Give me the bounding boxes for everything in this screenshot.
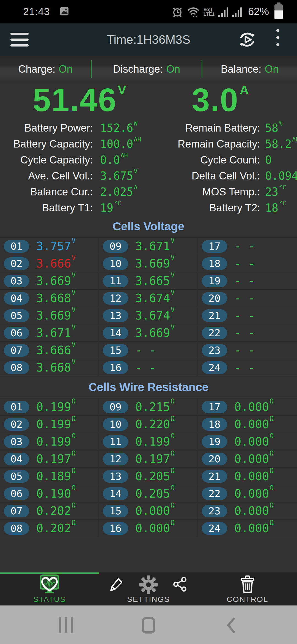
battery-icon: [274, 4, 283, 19]
wifi-calling-icon: [187, 6, 200, 18]
run-refresh-icon[interactable]: [238, 30, 257, 50]
info-row: Ave. Cell Vol.:3.675VDelta Cell Vol.:0.0…: [0, 168, 297, 184]
cell-item: 090.215Ω: [99, 399, 198, 416]
cell-number-badge: 23: [202, 505, 227, 517]
cell-value: - -: [234, 274, 255, 288]
cell-number-badge: 14: [103, 487, 128, 500]
app-bar: Time:1H36M3S: [0, 23, 297, 56]
cell-number-badge: 15: [103, 344, 128, 357]
cell-number-badge: 23: [202, 344, 227, 357]
cell-item: 010.199Ω: [0, 399, 99, 416]
cell-item: 030.199Ω: [0, 433, 99, 451]
info-value: 0.094V: [260, 170, 297, 182]
cell-number-badge: 08: [4, 522, 29, 535]
cell-value: 0.000Ω: [234, 504, 274, 518]
info-value: 0: [260, 154, 297, 166]
cell-number-badge: 03: [4, 275, 29, 287]
cell-value: 3.757V: [36, 239, 76, 253]
cell-number-badge: 03: [4, 435, 29, 448]
cell-item: 23- -: [198, 342, 297, 359]
cell-item: 040.197Ω: [0, 451, 99, 468]
cell-item: 123.674V: [99, 290, 198, 307]
cell-value: 0.197Ω: [135, 452, 175, 466]
info-label: Cycle Capacity:: [0, 154, 93, 166]
cell-value: 0.000Ω: [234, 435, 274, 448]
cell-item: 033.669V: [0, 272, 99, 290]
cell-number-badge: 05: [4, 470, 29, 483]
info-label: Battery Capacity:: [0, 138, 93, 150]
info-value: 23°C: [260, 185, 297, 198]
cell-item: 130.205Ω: [99, 468, 198, 485]
cell-number-badge: 18: [202, 257, 227, 270]
cell-item: 180.000Ω: [198, 416, 297, 433]
info-row: Battery Power:152.6WRemain Battery:58%: [0, 120, 297, 136]
android-status-bar: 21:43 Vo)) LTE1 62%: [0, 0, 297, 23]
cell-number-badge: 10: [103, 418, 128, 431]
cell-item: 013.757V: [0, 238, 99, 255]
tab-control[interactable]: CONTROL: [198, 572, 297, 605]
overflow-menu-icon[interactable]: [276, 29, 279, 46]
cell-number-badge: 19: [202, 275, 227, 287]
cell-value: 0.190Ω: [36, 487, 76, 500]
cell-number-badge: 12: [103, 453, 128, 465]
cells-voltage-grid: 013.757V023.666V033.669V043.668V053.669V…: [0, 237, 297, 376]
cell-item: 100.220Ω: [99, 416, 198, 433]
info-label: Delta Cell Vol.:: [156, 170, 260, 182]
back-button[interactable]: [215, 613, 248, 638]
cell-number-badge: 06: [4, 487, 29, 500]
cell-value: - -: [234, 309, 255, 322]
cell-value: 0.197Ω: [36, 452, 76, 466]
share-icon[interactable]: [172, 576, 188, 593]
cell-number-badge: 09: [103, 401, 128, 413]
cell-number-badge: 13: [103, 309, 128, 322]
cell-number-badge: 16: [103, 522, 128, 535]
cell-item: 16- -: [99, 359, 198, 376]
bms-app-screen: 21:43 Vo)) LTE1 62% Time:1H36M3S: [0, 0, 297, 644]
cell-item: 200.000Ω: [198, 451, 297, 468]
cell-value: 0.199Ω: [36, 400, 76, 414]
cell-item: 133.674V: [99, 307, 198, 324]
cell-item: 143.669V: [99, 324, 198, 342]
cell-item: 083.668V: [0, 359, 99, 376]
cell-value: - -: [234, 239, 255, 253]
cell-item: 043.668V: [0, 290, 99, 307]
cell-value: 0.205Ω: [135, 470, 175, 483]
cell-number-badge: 04: [4, 292, 29, 305]
cell-value: - -: [234, 257, 255, 270]
cell-number-badge: 08: [4, 361, 29, 374]
cell-item: 24- -: [198, 359, 297, 376]
cell-item: 160.000Ω: [99, 520, 198, 537]
cell-number-badge: 17: [202, 401, 227, 413]
cell-item: 210.000Ω: [198, 468, 297, 485]
info-label: Ave. Cell Vol.:: [0, 170, 93, 182]
cell-value: 3.668V: [36, 291, 76, 305]
cell-number-badge: 11: [103, 275, 128, 287]
status-monitor-heart-icon: [38, 575, 61, 595]
cell-item: 18- -: [198, 255, 297, 272]
cell-number-badge: 06: [4, 327, 29, 339]
cell-value: - -: [135, 361, 156, 374]
cell-item: 050.189Ω: [0, 468, 99, 485]
cell-item: 170.000Ω: [198, 399, 297, 416]
cell-item: 20- -: [198, 290, 297, 307]
cell-number-badge: 15: [103, 505, 128, 517]
back-icon: [224, 616, 238, 634]
recents-button[interactable]: [50, 613, 82, 638]
cell-item: 15- -: [99, 342, 198, 359]
cell-item: 093.671V: [99, 238, 198, 255]
cell-number-badge: 09: [103, 240, 128, 253]
tab-status[interactable]: STATUS: [0, 572, 99, 605]
edit-pencil-icon[interactable]: [108, 576, 124, 593]
home-button[interactable]: [132, 613, 165, 638]
cell-number-badge: 16: [103, 361, 128, 374]
cell-value: - -: [234, 291, 255, 305]
cell-value: 0.199Ω: [36, 417, 76, 431]
system-nav-bar: [0, 605, 297, 644]
cell-value: 0.205Ω: [135, 487, 175, 500]
cell-item: 220.000Ω: [198, 485, 297, 503]
cell-value: 0.000Ω: [234, 400, 274, 414]
tab-control-label: CONTROL: [227, 595, 268, 604]
cell-number-badge: 07: [4, 505, 29, 517]
cell-number-badge: 10: [103, 257, 128, 270]
cell-value: - -: [234, 361, 255, 374]
